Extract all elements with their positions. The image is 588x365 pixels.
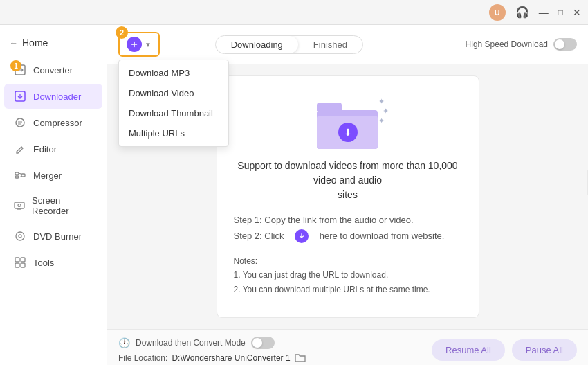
- tools-icon: [14, 256, 26, 269]
- convert-mode-toggle[interactable]: [251, 337, 275, 349]
- back-home-button[interactable]: ← Home: [0, 32, 107, 54]
- convert-mode-label: Download then Convert Mode: [136, 338, 246, 348]
- bottom-bar: 🕐 Download then Convert Mode File Locati…: [107, 329, 588, 365]
- sidebar-item-dvd-burner[interactable]: DVD Burner: [4, 224, 102, 249]
- speed-toggle-label: High Speed Download: [466, 39, 548, 49]
- file-location-row: File Location: D:\Wondershare UniConvert…: [118, 353, 421, 364]
- svg-point-8: [16, 232, 24, 240]
- top-bar: 2 ▼ Download MP3 Download Video Download…: [107, 25, 588, 64]
- action-buttons: Resume All Pause All: [432, 339, 577, 361]
- user-avatar[interactable]: U: [489, 4, 506, 21]
- converter-badge: 1: [10, 60, 21, 71]
- convert-mode-knob: [252, 338, 262, 348]
- multiple-urls-option[interactable]: Multiple URLs: [119, 123, 228, 143]
- svg-rect-10: [15, 258, 19, 262]
- sidebar-item-converter[interactable]: 1 Converter: [4, 57, 102, 82]
- downloader-icon: [14, 90, 26, 103]
- toggle-knob: [555, 39, 564, 49]
- svg-point-9: [19, 235, 21, 238]
- svg-rect-12: [15, 263, 19, 267]
- titlebar: U 🎧 — □ ✕: [0, 0, 588, 25]
- notes-section: Notes: 1. You can just drag the URL to d…: [234, 254, 462, 296]
- sidebar-item-downloader[interactable]: Downloader: [4, 84, 102, 109]
- merger-label: Merger: [33, 170, 62, 181]
- back-home-label: Home: [22, 37, 48, 48]
- svg-rect-6: [15, 202, 24, 208]
- high-speed-toggle[interactable]: [553, 38, 577, 51]
- headset-icon[interactable]: 🎧: [515, 6, 529, 19]
- download-thumbnail-option[interactable]: Download Thumbnail: [119, 103, 228, 123]
- svg-rect-13: [21, 263, 25, 267]
- close-icon[interactable]: ✕: [573, 7, 581, 18]
- step2-suffix: here to download from website.: [320, 228, 445, 244]
- editor-label: Editor: [33, 144, 57, 154]
- download-dropdown-menu: Download MP3 Download Video Download Thu…: [118, 60, 229, 147]
- svg-rect-5: [21, 174, 25, 177]
- svg-rect-3: [15, 172, 19, 175]
- add-icon: [127, 37, 142, 52]
- sidebar-item-tools[interactable]: Tools: [4, 250, 102, 275]
- download-instructions-box: + ⬇ ✦ ✦ ✦ Support to download videos fro…: [217, 75, 479, 318]
- download-arrow-icon: ⬇: [338, 123, 358, 142]
- file-path-value: D:\Wondershare UniConverter 1: [172, 353, 290, 363]
- step1-text: Step 1: Copy the link from the audio or …: [234, 212, 462, 228]
- download-title: Support to download videos from more tha…: [234, 159, 462, 202]
- titlebar-controls: U 🎧 — □ ✕: [489, 4, 581, 21]
- svg-rect-4: [15, 176, 19, 178]
- converter-label: Converter: [33, 65, 73, 75]
- clock-icon: 🕐: [118, 337, 130, 348]
- merger-icon: [14, 169, 26, 181]
- main-layout: ← Home 1 Converter Downloader: [0, 25, 588, 365]
- dropdown-arrow-icon: ▼: [145, 41, 151, 48]
- high-speed-toggle-container: High Speed Download: [466, 38, 577, 51]
- dvd-burner-label: DVD Burner: [33, 231, 82, 242]
- instructions: Step 1: Copy the link from the audio or …: [234, 212, 462, 244]
- note2: 2. You can download multiple URLs at the…: [234, 283, 462, 296]
- browse-folder-button[interactable]: [295, 353, 306, 364]
- tab-downloading[interactable]: Downloading: [216, 36, 298, 53]
- step2-icon: [295, 229, 309, 243]
- dvd-burner-icon: [14, 230, 26, 242]
- svg-rect-11: [21, 258, 25, 262]
- sidebar-item-compressor[interactable]: Compressor: [4, 110, 102, 135]
- convert-mode-row: 🕐 Download then Convert Mode: [118, 337, 421, 349]
- notes-title: Notes:: [234, 254, 462, 268]
- minimize-icon[interactable]: —: [539, 7, 549, 18]
- editor-icon: [14, 143, 26, 155]
- tab-switcher: Downloading Finished: [215, 35, 363, 54]
- resume-all-button[interactable]: Resume All: [432, 339, 505, 361]
- bottom-left-controls: 🕐 Download then Convert Mode File Locati…: [118, 337, 421, 364]
- sidebar-item-merger[interactable]: Merger: [4, 163, 102, 188]
- step2-prefix: Step 2: Click: [234, 228, 284, 244]
- screen-recorder-icon: [14, 199, 25, 212]
- screen-recorder-label: Screen Recorder: [32, 195, 93, 216]
- note1: 1. You can just drag the URL to download…: [234, 268, 462, 282]
- add-download-container: 2 ▼ Download MP3 Download Video Download…: [118, 32, 160, 57]
- step2-container: Step 2: Click here to download from webs…: [234, 228, 462, 244]
- sidebar-item-editor[interactable]: Editor: [4, 136, 102, 161]
- content-area: 2 ▼ Download MP3 Download Video Download…: [107, 25, 588, 365]
- svg-point-7: [18, 204, 21, 207]
- maximize-icon[interactable]: □: [558, 8, 563, 17]
- back-arrow-icon: ←: [10, 38, 18, 48]
- sidebar-item-screen-recorder[interactable]: Screen Recorder: [4, 189, 102, 222]
- compressor-label: Compressor: [33, 118, 82, 128]
- downloader-label: Downloader: [33, 91, 81, 102]
- sidebar: ← Home 1 Converter Downloader: [0, 25, 107, 365]
- file-location-label: File Location:: [118, 353, 167, 363]
- compressor-icon: [14, 116, 26, 129]
- pause-all-button[interactable]: Pause All: [512, 339, 577, 361]
- folder-illustration: + ⬇ ✦ ✦ ✦: [317, 97, 379, 149]
- download-mp3-option[interactable]: Download MP3: [119, 63, 228, 83]
- tools-label: Tools: [33, 258, 54, 268]
- add-button-badge: 2: [116, 26, 128, 39]
- download-video-option[interactable]: Download Video: [119, 83, 228, 103]
- tab-finished[interactable]: Finished: [298, 36, 362, 53]
